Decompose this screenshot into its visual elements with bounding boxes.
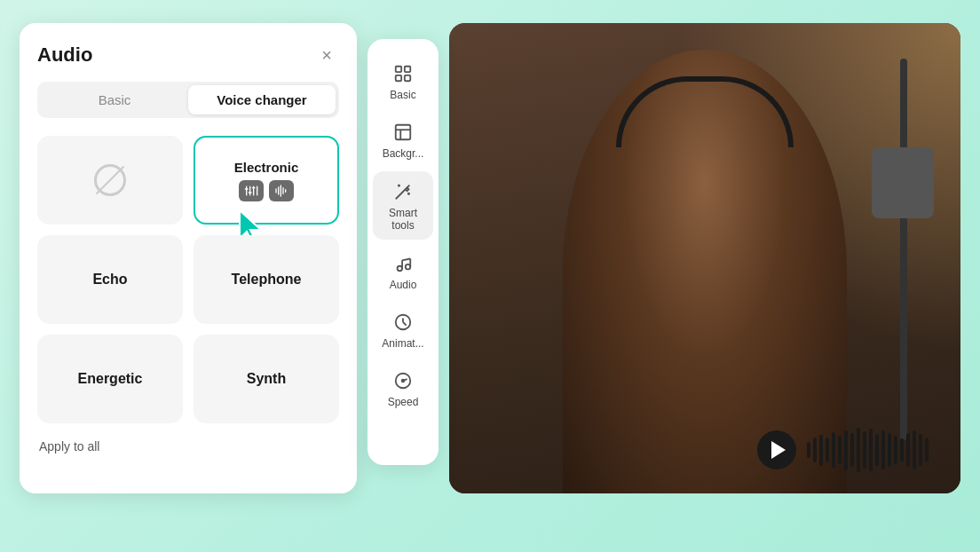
waveform-bar: [819, 435, 823, 466]
waveform-bar: [894, 436, 897, 464]
animate-icon: [391, 311, 415, 334]
sidebar-basic-label: Basic: [390, 89, 415, 101]
energetic-label: Energetic: [78, 371, 143, 387]
sidebar-item-audio[interactable]: Audio: [373, 243, 433, 298]
waveform-bar: [900, 438, 904, 461]
svg-rect-17: [396, 125, 411, 140]
sidebar-audio-label: Audio: [390, 279, 417, 291]
waveform-bar: [919, 434, 922, 466]
sidebar-speed-label: Speed: [388, 396, 419, 408]
waveform-bar: [838, 436, 842, 464]
waveform-bar: [807, 442, 810, 458]
waveform-bar: [813, 438, 817, 462]
sidebar-item-speed[interactable]: Speed: [373, 360, 433, 415]
waveform-bar: [832, 432, 835, 468]
waveform-bar: [875, 434, 879, 466]
waveform: [807, 428, 929, 472]
svg-rect-4: [245, 188, 249, 189]
apply-to-all-label: Apply to all: [37, 439, 339, 453]
svg-line-21: [407, 185, 410, 187]
sidebar-item-basic[interactable]: Basic: [373, 53, 433, 108]
svg-point-33: [402, 380, 405, 382]
sidebar-item-smart-tools[interactable]: Smart tools: [373, 171, 433, 240]
voice-effect-none[interactable]: [37, 136, 183, 225]
panel-header: Audio ×: [37, 43, 339, 67]
tab-bar: Basic Voice changer: [37, 82, 339, 118]
waveform-icon: [274, 184, 288, 198]
telephone-label: Telephone: [232, 272, 302, 288]
svg-rect-5: [249, 192, 252, 193]
sidebar-animate-label: Animat...: [382, 337, 423, 350]
main-container: Audio × Basic Voice changer Electronic: [20, 23, 960, 529]
panel-title: Audio: [37, 43, 92, 67]
electronic-chips: [239, 180, 294, 201]
tab-voice-changer[interactable]: Voice changer: [188, 85, 336, 114]
play-button[interactable]: [757, 430, 796, 469]
tab-basic[interactable]: Basic: [41, 85, 188, 114]
echo-label: Echo: [92, 272, 127, 288]
waveform-bar: [850, 433, 854, 467]
photo-area: [449, 23, 960, 493]
sliders-icon: [244, 184, 258, 198]
grid-icon: [391, 62, 415, 85]
svg-rect-15: [396, 75, 401, 81]
waveform-bar: [913, 430, 916, 469]
voice-effect-grid: Electronic Echo: [37, 136, 339, 423]
svg-rect-11: [285, 189, 286, 193]
svg-rect-8: [278, 186, 279, 194]
sidebar-smart-tools-label: Smart tools: [380, 207, 426, 233]
svg-rect-3: [257, 185, 257, 195]
photo-background: [449, 23, 960, 493]
waveform-bar: [888, 433, 891, 467]
svg-rect-9: [281, 185, 281, 196]
waveform-bar: [826, 438, 829, 462]
music-icon: [391, 252, 415, 275]
voice-effect-telephone[interactable]: Telephone: [194, 235, 339, 324]
sidebar-item-background[interactable]: Backgr...: [373, 112, 433, 167]
sliders-chip: [239, 180, 264, 201]
audio-panel: Audio × Basic Voice changer Electronic: [20, 23, 357, 493]
close-button[interactable]: ×: [314, 43, 339, 67]
svg-line-30: [402, 258, 410, 260]
svg-line-20: [396, 189, 406, 199]
svg-rect-7: [275, 188, 276, 193]
svg-rect-6: [252, 187, 256, 188]
electronic-label: Electronic: [234, 160, 299, 175]
wand-icon: [391, 180, 415, 203]
waveform-bar: [925, 438, 929, 462]
voice-effect-echo[interactable]: Echo: [37, 235, 183, 324]
play-icon: [771, 441, 786, 459]
svg-rect-16: [405, 75, 410, 81]
svg-rect-1: [249, 185, 250, 195]
waveform-bar: [844, 430, 848, 470]
voice-effect-energetic[interactable]: Energetic: [37, 335, 183, 423]
svg-rect-13: [396, 67, 401, 72]
background-icon: [391, 121, 415, 144]
waveform-bar: [869, 429, 873, 471]
svg-rect-10: [282, 187, 283, 194]
waveform-bar: [906, 433, 910, 467]
waveform-bar: [863, 431, 866, 469]
speed-icon: [391, 369, 415, 392]
svg-rect-0: [246, 185, 247, 195]
voice-effect-synth[interactable]: Synth: [194, 335, 339, 423]
waveform-chip: [269, 180, 294, 201]
waveform-bar: [857, 428, 860, 472]
svg-rect-14: [405, 67, 410, 72]
voice-effect-electronic[interactable]: Electronic: [194, 136, 339, 225]
waveform-bar: [881, 430, 885, 469]
audio-waveform-bar: [757, 428, 929, 472]
sidebar-background-label: Backgr...: [383, 147, 424, 160]
sidebar: Basic Backgr...: [368, 39, 439, 465]
sidebar-item-animate[interactable]: Animat...: [373, 302, 433, 357]
synth-label: Synth: [247, 371, 286, 387]
no-sign-icon: [94, 164, 126, 196]
